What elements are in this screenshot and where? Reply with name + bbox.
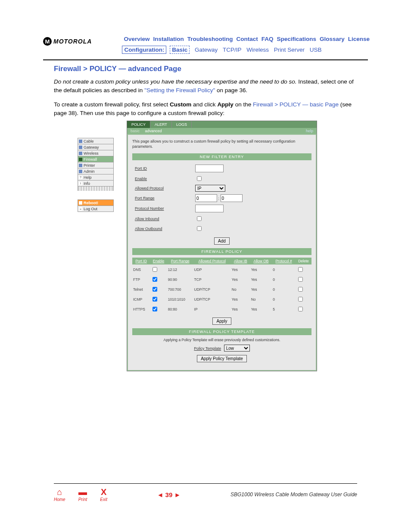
enable-label: Enable bbox=[133, 174, 193, 183]
allow-inbound-checkbox[interactable] bbox=[197, 216, 202, 221]
table-row: HTTPS80:80IPYesYes5 bbox=[132, 304, 311, 314]
enable-row-checkbox[interactable] bbox=[153, 307, 157, 311]
config-nav-link[interactable]: Gateway bbox=[195, 47, 218, 53]
logout-button[interactable]: ×Log Out bbox=[78, 205, 114, 212]
enable-row-checkbox[interactable] bbox=[153, 267, 157, 272]
protocol-select[interactable]: IP bbox=[195, 185, 225, 192]
template-note: Applying a Policy Template will erase pr… bbox=[132, 338, 311, 342]
prev-page-icon[interactable]: ◄ bbox=[157, 491, 164, 498]
policy-col-header: Enable bbox=[150, 258, 167, 264]
nav-link[interactable]: FAQ bbox=[262, 36, 274, 42]
delete-row-checkbox[interactable] bbox=[298, 287, 303, 292]
policy-template-select[interactable]: Low bbox=[224, 345, 250, 352]
top-nav: OverviewInstallationTroubleshootingConta… bbox=[100, 34, 371, 55]
basic-page-link[interactable]: Firewall > POLICY — basic Page bbox=[253, 101, 339, 108]
policy-col-header: Allow OB bbox=[250, 258, 272, 264]
delete-row-checkbox[interactable] bbox=[298, 297, 303, 302]
port-range-start[interactable] bbox=[195, 194, 217, 202]
tab-alert[interactable]: ALERT bbox=[150, 121, 172, 128]
policy-col-header: Delete bbox=[296, 258, 311, 264]
page-nav: ◄ 39 ► bbox=[107, 491, 230, 498]
sidenav-item[interactable]: Gateway bbox=[78, 144, 114, 150]
policy-col-header: Port ID bbox=[132, 258, 150, 264]
sidenav-item[interactable]: Cable bbox=[78, 138, 114, 144]
config-nav-link[interactable]: USB bbox=[310, 47, 322, 53]
policy-col-header: Port Range bbox=[167, 258, 193, 264]
enable-row-checkbox[interactable] bbox=[153, 287, 157, 292]
firewall-config-panel: POLICYALERTLOGS basic advanced help This… bbox=[127, 121, 317, 371]
page-title: Firewall > POLICY — advanced Page bbox=[54, 65, 357, 73]
port-range-end[interactable] bbox=[221, 194, 243, 202]
add-button[interactable]: Add bbox=[214, 237, 230, 245]
reboot-button[interactable]: Reboot! bbox=[78, 199, 114, 205]
print-icon: ▬ bbox=[78, 487, 87, 497]
apply-template-button[interactable]: Apply Policy Template bbox=[197, 355, 247, 362]
exit-icon: X bbox=[100, 487, 107, 497]
page-number: 39 bbox=[165, 491, 173, 498]
port-id-label: Port ID bbox=[133, 164, 193, 173]
nav-icon: ? bbox=[79, 176, 82, 179]
subtab-advanced[interactable]: advanced bbox=[145, 129, 162, 133]
sidenav-item[interactable]: ?Help bbox=[78, 174, 114, 180]
table-row: Telnet700:700UDP/TCPNoYes0 bbox=[132, 284, 311, 294]
motorola-logo: M MOTOROLA bbox=[43, 37, 92, 46]
nav-icon bbox=[79, 170, 82, 173]
nav-link[interactable]: Installation bbox=[153, 36, 184, 42]
reboot-icon bbox=[79, 201, 82, 205]
sidenav-item[interactable]: Printer bbox=[78, 162, 114, 168]
policy-col-header: Protocol # bbox=[272, 258, 296, 264]
intro-paragraph-2: To create a custom firewall policy, firs… bbox=[54, 100, 357, 118]
tab-logs[interactable]: LOGS bbox=[172, 121, 192, 128]
nav-icon bbox=[79, 158, 82, 161]
nav-link[interactable]: Glossary bbox=[320, 36, 345, 42]
sidenav-item[interactable]: Firewall bbox=[78, 156, 114, 162]
home-icon: ⌂ bbox=[54, 487, 65, 497]
allow-outbound-checkbox[interactable] bbox=[197, 226, 202, 231]
help-link[interactable]: help bbox=[306, 129, 313, 133]
delete-row-checkbox[interactable] bbox=[298, 277, 303, 282]
config-nav-link[interactable]: Basic bbox=[170, 46, 190, 54]
configuration-label: Configuration: bbox=[122, 46, 166, 54]
setting-firewall-link[interactable]: "Setting the Firewall Policy" bbox=[144, 87, 215, 93]
sidenav-item[interactable]: iInfo bbox=[78, 180, 114, 187]
protocol-number-label: Protocol Number bbox=[133, 204, 193, 213]
apply-button[interactable]: Apply bbox=[212, 317, 231, 325]
exit-button[interactable]: XExit bbox=[100, 487, 107, 502]
nav-link[interactable]: Specifications bbox=[277, 36, 316, 42]
policy-template-label: Policy Template bbox=[194, 346, 221, 351]
side-nav: CableGatewayWirelessFirewallPrinterAdmin… bbox=[78, 138, 114, 371]
allow-outbound-label: Allow Outbound bbox=[133, 224, 193, 233]
nav-icon: i bbox=[79, 182, 82, 185]
tab-policy[interactable]: POLICY bbox=[127, 121, 150, 128]
policy-table: Port IDEnablePort RangeAllowed ProtocolA… bbox=[132, 258, 311, 314]
protocol-number-input[interactable] bbox=[195, 205, 224, 212]
guide-title: SBG1000 Wireless Cable Modem Gateway Use… bbox=[230, 492, 357, 498]
sidenav-item[interactable]: Admin bbox=[78, 168, 114, 174]
table-row: ICMP1010:1010UDP/TCPYesNo0 bbox=[132, 294, 311, 304]
config-nav-link[interactable]: Print Server bbox=[274, 47, 305, 53]
allowed-protocol-label: Allowed Protocol bbox=[133, 184, 193, 193]
logout-icon: × bbox=[79, 207, 82, 211]
allow-inbound-label: Allow Inbound bbox=[133, 214, 193, 223]
next-page-icon[interactable]: ► bbox=[174, 491, 181, 498]
nav-link[interactable]: Troubleshooting bbox=[187, 36, 233, 42]
port-id-input[interactable] bbox=[195, 165, 224, 172]
intro-paragraph-1: Do not create a custom policy unless you… bbox=[54, 78, 357, 95]
nav-link[interactable]: License bbox=[348, 36, 370, 42]
config-nav-link[interactable]: Wireless bbox=[246, 47, 269, 53]
enable-row-checkbox[interactable] bbox=[153, 297, 157, 302]
delete-row-checkbox[interactable] bbox=[298, 307, 303, 311]
config-nav-link[interactable]: TCP/IP bbox=[223, 47, 242, 53]
nav-icon bbox=[79, 164, 82, 167]
home-button[interactable]: ⌂Home bbox=[54, 487, 65, 502]
subtab-basic[interactable]: basic bbox=[131, 129, 140, 133]
nav-link[interactable]: Overview bbox=[124, 36, 149, 42]
delete-row-checkbox[interactable] bbox=[298, 267, 303, 272]
sidenav-item[interactable]: Wireless bbox=[78, 150, 114, 156]
print-button[interactable]: ▬Print bbox=[78, 487, 87, 502]
enable-checkbox[interactable] bbox=[197, 176, 202, 181]
nav-icon bbox=[79, 146, 82, 149]
policy-col-header: Allowed Protocol bbox=[193, 258, 231, 264]
enable-row-checkbox[interactable] bbox=[153, 277, 157, 282]
nav-link[interactable]: Contact bbox=[236, 36, 258, 42]
